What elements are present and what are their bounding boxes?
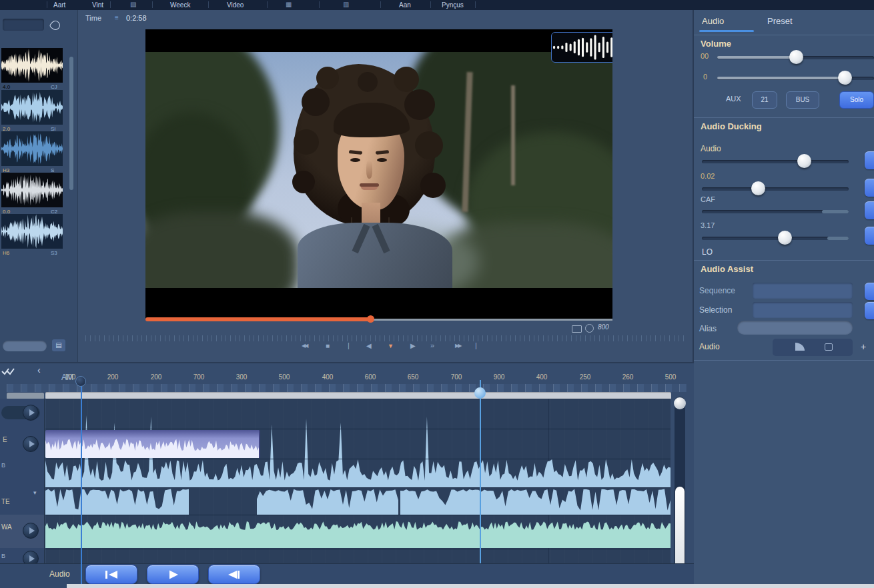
track-2-play-button[interactable] [23, 436, 39, 452]
assist-row-1-button[interactable] [865, 283, 874, 300]
ducking-toggle-4[interactable] [865, 227, 874, 245]
play-button[interactable] [147, 565, 199, 584]
loop-button[interactable]: » [430, 342, 434, 349]
ruler-tick-label: 250 [576, 374, 594, 381]
tab-audio[interactable]: Audio [702, 17, 724, 25]
bottom-scroll-strip[interactable] [67, 584, 874, 588]
menu-item-4[interactable]: Video [227, 1, 244, 9]
rewind-button[interactable]: ◀◀ [302, 343, 307, 349]
assist-row-3-input[interactable] [737, 321, 853, 335]
step-back-button[interactable] [208, 565, 260, 584]
sidebar-scrollbar[interactable] [69, 57, 73, 190]
ducking-toggle-1[interactable] [865, 151, 874, 169]
ducking-slider-3[interactable] [822, 210, 849, 213]
ruler-tick-label: 700 [190, 374, 207, 381]
tab-preset[interactable]: Preset [767, 17, 793, 25]
marker-button[interactable]: | [348, 342, 350, 349]
menu-item-2[interactable]: Vint [92, 1, 103, 9]
volume-slider-2[interactable] [838, 71, 852, 85]
channel-solo-button[interactable]: Solo [839, 91, 874, 109]
ruler-tick-label: 400 [533, 374, 550, 381]
slider-1-label: Audio [701, 145, 721, 153]
next-frame-button[interactable]: ▶ [410, 343, 416, 349]
forward-button[interactable]: ▶▶ [455, 343, 460, 349]
back-chevron-icon[interactable]: ‹ [37, 365, 41, 375]
ruler-tick-label: 300 [233, 374, 250, 381]
add-icon[interactable]: + [861, 342, 866, 351]
ducking-slider-1[interactable] [797, 154, 811, 168]
flag-icon: ≡ [115, 15, 119, 21]
timeline-vscroll-knob[interactable] [674, 397, 686, 409]
document-icon[interactable]: ▤ [130, 1, 136, 8]
playback-progress-remaining[interactable] [371, 319, 612, 321]
preview-panel: Time ≡ 0:2:58 [78, 10, 693, 362]
stop-button[interactable]: ■ [326, 343, 330, 349]
channel-bus-button[interactable]: BUS [786, 91, 819, 109]
menu-item-6[interactable]: Pynçus [442, 1, 464, 9]
menu-item-1[interactable]: Aart [53, 1, 65, 9]
ducking-toggle-3[interactable] [865, 201, 874, 219]
channel-21-button[interactable]: 21 [752, 91, 777, 109]
prev-frame-button[interactable]: ◀ [366, 343, 372, 349]
clip-caption: S3 [51, 251, 57, 256]
media-clip-thumbnail[interactable] [1, 173, 63, 207]
track-4-collapse-icon[interactable]: ▾ [33, 490, 37, 496]
play-toggle-button[interactable]: ▼ [388, 343, 394, 349]
audio-meter-overlay [551, 32, 612, 63]
card-icon[interactable]: ▦ [286, 1, 292, 8]
search-icon[interactable] [49, 19, 62, 32]
subject-lip [361, 187, 378, 190]
playhead-knob[interactable] [75, 376, 86, 387]
clock-icon[interactable] [585, 324, 594, 333]
secondary-playhead-knob[interactable] [474, 387, 486, 399]
subject-eye [350, 158, 360, 162]
volume-slider-1[interactable] [789, 50, 803, 64]
fit-screen-icon[interactable] [572, 325, 582, 333]
marker2-button[interactable]: | [475, 342, 477, 349]
clip-caption: CJ [51, 85, 57, 90]
frame-icon[interactable] [825, 343, 833, 351]
menu-item-5[interactable]: Aan [399, 1, 411, 9]
clip-caption: H6 [3, 251, 9, 256]
audio-clip-purple[interactable] [45, 430, 260, 458]
assist-row-1-input[interactable] [753, 283, 853, 299]
timeline-ruler[interactable] [7, 384, 687, 392]
media-clip-thumbnail[interactable] [1, 90, 63, 125]
track-5-label: WA [1, 524, 12, 531]
track-5-play-button[interactable] [23, 523, 39, 539]
playhead-line[interactable] [81, 377, 82, 588]
ruler-tick-label: 200 [147, 374, 165, 381]
bushes-left [145, 212, 299, 288]
menu-item-3[interactable]: Weeck [170, 1, 190, 9]
assist-row-2-label: Selection [699, 306, 732, 314]
fade-icon[interactable] [795, 343, 805, 351]
audio-clip-teal[interactable] [45, 515, 671, 548]
audio-clip-track4-c[interactable] [400, 487, 671, 515]
skip-to-start-button[interactable] [85, 565, 137, 584]
assist-row-2-input[interactable] [753, 302, 853, 318]
secondary-playhead-line[interactable] [480, 380, 481, 563]
playback-progress-played[interactable] [145, 317, 371, 321]
slider-2-label: 0.02 [701, 173, 715, 180]
ducking-toggle-2[interactable] [865, 179, 874, 197]
clip-caption: 4.0 [3, 85, 10, 90]
ducking-slider-4[interactable] [778, 231, 792, 245]
track-1-play-button[interactable] [23, 405, 39, 421]
media-clip-thumbnail[interactable] [1, 214, 63, 249]
panel-icon[interactable]: ▥ [343, 1, 349, 8]
audio-clip-track4-b[interactable] [257, 487, 398, 515]
playback-progress-handle[interactable] [367, 315, 374, 323]
ducking-slider-2[interactable] [751, 181, 765, 195]
media-clip-thumbnail[interactable] [1, 131, 63, 166]
media-clip-thumbnail[interactable] [1, 48, 63, 83]
collapse-all-icon[interactable] [1, 367, 17, 377]
search-input[interactable] [3, 19, 44, 31]
subject-nose [366, 160, 372, 179]
track-2-label: E [3, 437, 7, 443]
import-progress-bar[interactable] [3, 341, 47, 351]
audio-clip-track4-a[interactable] [45, 487, 189, 515]
assist-row-2-button[interactable] [865, 302, 874, 319]
timecode: 0:2:58 [126, 15, 147, 22]
preview-ruler[interactable] [85, 335, 687, 341]
media-folder-icon[interactable]: ▤ [52, 339, 65, 351]
